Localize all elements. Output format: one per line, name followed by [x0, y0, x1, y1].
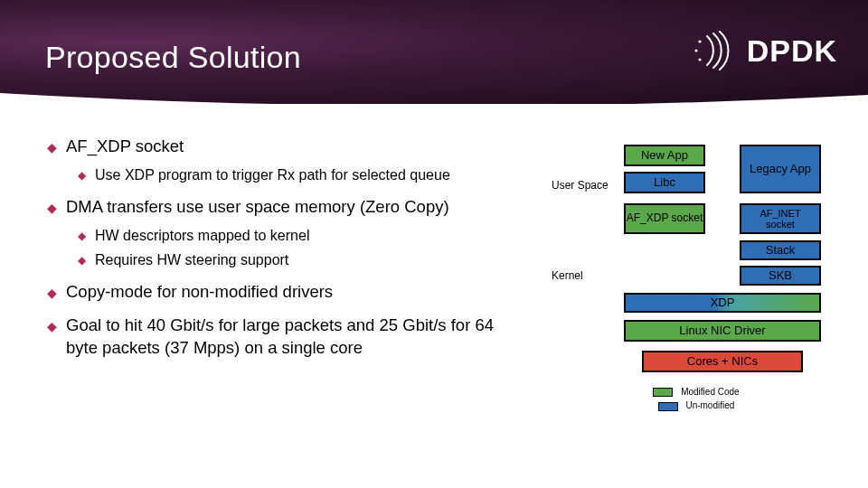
bullet-icon: ◆ — [47, 318, 57, 335]
list-item: ◆ Requires HW steering support — [78, 250, 517, 270]
dpdk-logo: DPDK — [689, 31, 837, 70]
box-xdp: XDP — [624, 293, 821, 313]
box-skb: SKB — [740, 266, 821, 286]
legend-swatch-green — [653, 388, 673, 397]
bullet-text: DMA transfers use user space memory (Zer… — [66, 196, 449, 219]
bullet-icon: ◆ — [47, 139, 57, 156]
box-linux-nic-driver: Linux NIC Driver — [624, 320, 821, 342]
box-afxdp-line1: AF_XDP socket — [627, 211, 703, 224]
legend-swatch-blue — [658, 402, 678, 411]
legend-row: Modified Code — [552, 387, 841, 397]
box-afinet-line1: AF_INET — [760, 208, 800, 219]
svg-point-2 — [698, 58, 701, 61]
bullet-list: ◆ AF_XDP socket ◆ Use XDP program to tri… — [47, 136, 517, 371]
bullet-icon: ◆ — [47, 200, 57, 217]
legend-row: Un-modified — [552, 400, 841, 410]
list-item: ◆ HW descriptors mapped to kernel — [78, 226, 517, 246]
legend-unmodified-label: Un-modified — [685, 400, 734, 410]
bullet-icon: ◆ — [78, 229, 86, 243]
svg-point-1 — [694, 49, 697, 52]
list-item: ◆ AF_XDP socket ◆ Use XDP program to tri… — [47, 136, 517, 185]
bullet-icon: ◆ — [47, 285, 57, 302]
bullet-text: Copy-mode for non-modified drivers — [66, 281, 333, 304]
bullet-text: AF_XDP socket — [66, 136, 184, 158]
header-swoosh — [0, 93, 868, 109]
slide-header: Proposed Solution DPDK — [0, 0, 868, 104]
bullet-text: Requires HW steering support — [95, 250, 288, 270]
box-afinet-socket: AF_INETsocket — [740, 203, 821, 234]
list-item: ◆ Use XDP program to trigger Rx path for… — [78, 165, 517, 185]
box-libc: Libc — [624, 172, 705, 193]
dpdk-logo-icon — [689, 31, 736, 70]
box-new-app: New App — [624, 145, 705, 166]
kernel-label: Kernel — [552, 269, 583, 282]
bullet-text: Use XDP program to trigger Rx path for s… — [95, 165, 450, 185]
dpdk-logo-text: DPDK — [747, 33, 837, 69]
legend-modified-label: Modified Code — [681, 387, 739, 397]
box-afxdp-socket: AF_XDP socket — [624, 203, 705, 234]
svg-point-0 — [698, 40, 701, 42]
bullet-icon: ◆ — [78, 253, 86, 267]
box-legacy-app: Legacy App — [740, 145, 821, 193]
box-afinet-line2: socket — [766, 219, 795, 230]
legend: Modified Code Un-modified — [552, 383, 841, 411]
bullet-text: Goal to hit 40 Gbit/s for large packets … — [66, 314, 517, 360]
bullet-text: HW descriptors mapped to kernel — [95, 226, 309, 246]
list-item: ◆ DMA transfers use user space memory (Z… — [47, 196, 517, 270]
list-item: ◆ Goal to hit 40 Gbit/s for large packet… — [47, 314, 517, 360]
slide-title: Proposed Solution — [45, 40, 301, 75]
list-item: ◆ Copy-mode for non-modified drivers — [47, 281, 517, 304]
box-cores-nics: Cores + NICs — [642, 351, 803, 372]
box-stack: Stack — [740, 240, 821, 260]
user-space-label: User Space — [552, 179, 609, 192]
bullet-icon: ◆ — [78, 168, 86, 183]
